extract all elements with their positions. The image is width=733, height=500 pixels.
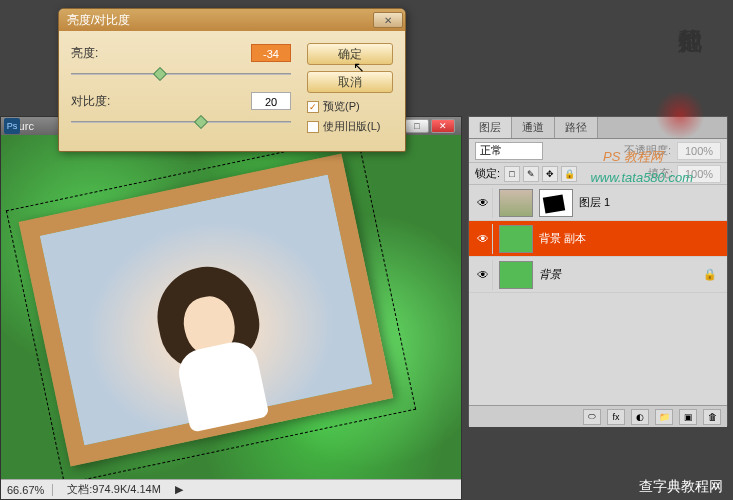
tab-channels[interactable]: 通道 bbox=[512, 117, 555, 138]
brightness-input[interactable]: -34 bbox=[251, 44, 291, 62]
visibility-icon[interactable]: 👁 bbox=[473, 260, 493, 290]
dialog-title: 亮度/对比度 bbox=[67, 12, 130, 29]
blend-mode-select[interactable]: 正常 bbox=[475, 142, 543, 160]
visibility-icon[interactable]: 👁 bbox=[473, 188, 493, 218]
status-arrow-icon[interactable]: ▶ bbox=[175, 483, 183, 496]
legacy-label: 使用旧版(L) bbox=[323, 119, 380, 134]
brightness-label: 亮度: bbox=[71, 45, 131, 62]
dialog-titlebar[interactable]: 亮度/对比度 ✕ bbox=[59, 9, 405, 31]
brightness-contrast-dialog: 亮度/对比度 ✕ 亮度: -34 对比度: 20 确定 取消 ✓ 预览(P) 使… bbox=[58, 8, 406, 152]
preview-label: 预览(P) bbox=[323, 99, 360, 114]
fx-icon[interactable]: fx bbox=[607, 409, 625, 425]
trash-icon[interactable]: 🗑 bbox=[703, 409, 721, 425]
folder-icon[interactable]: 📁 bbox=[655, 409, 673, 425]
new-layer-icon[interactable]: ▣ bbox=[679, 409, 697, 425]
layer-item[interactable]: 👁 背景 副本 bbox=[469, 221, 727, 257]
layer-name[interactable]: 图层 1 bbox=[579, 195, 610, 210]
link-icon[interactable]: ⬭ bbox=[583, 409, 601, 425]
checkbox-icon: ✓ bbox=[307, 101, 319, 113]
layers-list: 👁 图层 1 👁 背景 副本 👁 背景 🔒 bbox=[469, 185, 727, 405]
checkbox-icon bbox=[307, 121, 319, 133]
lock-position-icon[interactable]: ✥ bbox=[542, 166, 558, 182]
layer-name[interactable]: 背景 副本 bbox=[539, 231, 586, 246]
panel-footer: ⬭ fx ◐ 📁 ▣ 🗑 bbox=[469, 405, 727, 427]
brightness-slider[interactable] bbox=[71, 69, 291, 79]
maximize-button[interactable]: □ bbox=[405, 119, 429, 133]
document-info: 文档:974.9K/4.14M bbox=[67, 482, 161, 497]
lock-all-icon[interactable]: 🔒 bbox=[561, 166, 577, 182]
lock-paint-icon[interactable]: ✎ bbox=[523, 166, 539, 182]
dialog-close-button[interactable]: ✕ bbox=[373, 12, 403, 28]
preview-checkbox[interactable]: ✓ 预览(P) bbox=[307, 99, 393, 114]
tab-layers[interactable]: 图层 bbox=[469, 117, 512, 138]
cancel-button[interactable]: 取消 bbox=[307, 71, 393, 93]
status-bar: 66.67% 文档:974.9K/4.14M ▶ bbox=[1, 479, 461, 499]
legacy-checkbox[interactable]: 使用旧版(L) bbox=[307, 119, 393, 134]
mask-thumbnail[interactable] bbox=[539, 189, 573, 217]
visibility-icon[interactable]: 👁 bbox=[473, 224, 493, 254]
ok-button[interactable]: 确定 bbox=[307, 43, 393, 65]
layer-item[interactable]: 👁 背景 🔒 bbox=[469, 257, 727, 293]
contrast-label: 对比度: bbox=[71, 93, 131, 110]
watermark-text-2: www.tata580.com bbox=[590, 170, 693, 185]
layer-thumbnail[interactable] bbox=[499, 225, 533, 253]
zoom-level[interactable]: 66.67% bbox=[7, 484, 53, 496]
contrast-input[interactable]: 20 bbox=[251, 92, 291, 110]
footer-watermark: 查字典教程网 bbox=[639, 478, 723, 496]
contrast-slider[interactable] bbox=[71, 117, 291, 127]
tab-paths[interactable]: 路径 bbox=[555, 117, 598, 138]
layer-thumbnail[interactable] bbox=[499, 189, 533, 217]
person-photo bbox=[138, 256, 289, 437]
layers-panel: 图层 通道 路径 正常 不透明度: 100% 锁定: □ ✎ ✥ 🔒 填充: 1… bbox=[468, 116, 728, 426]
lock-indicator-icon: 🔒 bbox=[703, 268, 723, 281]
photoshop-icon: Ps bbox=[4, 118, 20, 134]
watermark-text-1: PS 教程网 bbox=[603, 148, 663, 166]
lock-transparent-icon[interactable]: □ bbox=[504, 166, 520, 182]
mask-icon[interactable]: ◐ bbox=[631, 409, 649, 425]
close-button[interactable]: ✕ bbox=[431, 119, 455, 133]
document-window: sourc — □ ✕ 66.67% 文档:974.9K/4.14M ▶ bbox=[0, 116, 462, 500]
lock-label: 锁定: bbox=[475, 166, 500, 181]
opacity-input[interactable]: 100% bbox=[677, 142, 721, 160]
red-seal-icon bbox=[655, 90, 705, 140]
layer-thumbnail[interactable] bbox=[499, 261, 533, 289]
canvas[interactable] bbox=[1, 135, 461, 479]
layer-name[interactable]: 背景 bbox=[539, 267, 561, 282]
layer-item[interactable]: 👁 图层 1 bbox=[469, 185, 727, 221]
